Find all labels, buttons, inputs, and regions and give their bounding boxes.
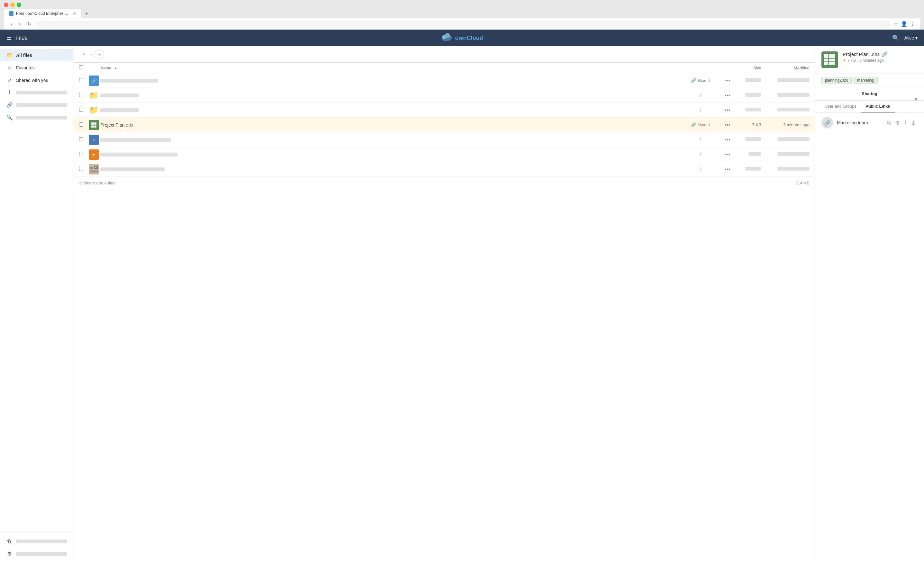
- table-row-project-plan: Project Plan.ods 🔗 Shared ••• 7 KB 3 min…: [74, 118, 815, 132]
- row-checkbox[interactable]: [79, 93, 83, 97]
- name-column-header[interactable]: Name: [100, 66, 111, 70]
- public-link-actions: ⧉ ⚙ ⤴ 🗑: [886, 118, 918, 127]
- modified-placeholder: [777, 93, 810, 97]
- row-checkbox[interactable]: [79, 78, 83, 82]
- menu-button[interactable]: ☰: [6, 34, 12, 42]
- tag-marketing[interactable]: marketing: [854, 77, 878, 84]
- search-icon[interactable]: 🔍: [892, 34, 899, 42]
- sidebar: 📁 All files ☆ Favorites ↗ Shared with yo…: [0, 46, 74, 562]
- details-link-icon[interactable]: 🔗: [882, 52, 887, 57]
- add-button[interactable]: +: [94, 49, 104, 59]
- url-input[interactable]: [36, 21, 891, 28]
- sidebar-placeholder: [16, 552, 67, 556]
- spreadsheet-icon: [89, 120, 99, 130]
- sidebar-item-search[interactable]: 🔍: [0, 111, 74, 124]
- sharing-subtabs: User and Groups Public Links: [815, 100, 924, 112]
- share-button[interactable]: ⤴: [699, 108, 702, 113]
- traffic-light-red[interactable]: [4, 3, 8, 7]
- settings-icon: ⚙: [6, 551, 12, 557]
- sidebar-item-trash[interactable]: 🗑: [0, 535, 74, 547]
- sidebar-placeholder: [16, 540, 67, 543]
- search-icon: 🔍: [6, 114, 12, 120]
- sidebar-item-label: Shared with you: [16, 78, 48, 83]
- sidebar-placeholder: [16, 91, 67, 94]
- delete-link-button[interactable]: 🗑: [910, 118, 918, 127]
- settings-link-button[interactable]: ⚙: [894, 118, 901, 127]
- logo-text: ownCloud: [455, 35, 483, 42]
- table-row: 📁 ⤴ •••: [74, 88, 815, 103]
- subtab-users-groups[interactable]: User and Groups: [820, 100, 861, 112]
- breadcrumb-separator: ›: [90, 52, 92, 57]
- share-link-button[interactable]: ⤴: [903, 118, 908, 127]
- share-button[interactable]: ⤴: [699, 93, 702, 98]
- size-column-header: Size: [736, 66, 761, 70]
- more-actions-button[interactable]: •••: [723, 92, 732, 99]
- star-icon[interactable]: ★: [843, 58, 846, 63]
- folder-icon: 📁: [89, 105, 99, 115]
- main-content: ⌂ › + Name ▲ Size: [74, 46, 815, 562]
- sidebar-item-settings[interactable]: ⚙: [0, 547, 74, 560]
- size-placeholder: [745, 93, 761, 97]
- sidebar-item-public-links[interactable]: 🔗: [0, 99, 74, 111]
- cloud-icon: [441, 33, 453, 44]
- sidebar-item-favorites[interactable]: ☆ Favorites: [0, 61, 74, 74]
- share-button[interactable]: ⤴: [699, 167, 702, 172]
- image-icon: [89, 164, 99, 174]
- menu-icon[interactable]: ⋮: [910, 21, 915, 27]
- back-button[interactable]: ‹: [9, 21, 15, 28]
- page-title: Files: [15, 35, 28, 42]
- svg-rect-11: [90, 167, 93, 169]
- filename[interactable]: Project Plan.ods: [100, 123, 133, 127]
- row-checkbox[interactable]: [79, 137, 83, 141]
- filename-placeholder: [100, 153, 177, 156]
- sidebar-item-shared-by-you[interactable]: ⤴: [0, 87, 74, 99]
- modified-placeholder: [777, 167, 810, 171]
- bookmark-icon[interactable]: ☆: [894, 21, 898, 27]
- sidebar-placeholder: [16, 116, 67, 120]
- topbar-right: 🔍 Alice ▾: [892, 34, 918, 42]
- row-checkbox[interactable]: [79, 123, 83, 127]
- traffic-light-yellow[interactable]: [10, 3, 15, 7]
- close-panel-button[interactable]: ×: [914, 96, 918, 103]
- modified-placeholder: [777, 152, 810, 156]
- filename-placeholder: [100, 108, 139, 112]
- subtab-public-links[interactable]: Public Links: [861, 100, 895, 112]
- more-actions-button[interactable]: •••: [723, 77, 732, 84]
- sharing-tabs-header: Sharing: [815, 87, 924, 100]
- table-row: 📁 ⤴ •••: [74, 103, 815, 118]
- sidebar-item-all-files[interactable]: 📁 All files: [0, 49, 74, 61]
- row-checkbox[interactable]: [79, 108, 83, 112]
- row-checkbox[interactable]: [79, 152, 83, 156]
- more-actions-button[interactable]: •••: [723, 166, 732, 173]
- traffic-light-green[interactable]: [17, 3, 21, 7]
- main-toolbar: ⌂ › +: [74, 46, 815, 63]
- more-actions-button[interactable]: •••: [723, 121, 732, 129]
- home-button[interactable]: ⌂: [79, 50, 88, 59]
- user-menu[interactable]: Alice ▾: [904, 35, 918, 40]
- details-file-icon: [822, 51, 838, 68]
- more-actions-button[interactable]: •••: [723, 136, 732, 143]
- row-checkbox[interactable]: [79, 167, 83, 171]
- folder-icon: 📁: [6, 52, 12, 58]
- user-icon[interactable]: 👤: [901, 21, 907, 27]
- tab-close-button[interactable]: ×: [73, 11, 76, 16]
- total-size: 2.4 MB: [796, 181, 810, 186]
- size-placeholder: [745, 137, 761, 141]
- svg-rect-16: [824, 54, 835, 65]
- share-button[interactable]: ⤴: [699, 152, 702, 157]
- tag-planning2020[interactable]: planning2020: [822, 77, 852, 84]
- forward-button[interactable]: ›: [17, 21, 22, 28]
- share-link-icon: 🔗: [691, 123, 696, 127]
- more-actions-button[interactable]: •••: [723, 107, 732, 114]
- select-all-checkbox[interactable]: [79, 65, 83, 69]
- share-link-icon: 🔗: [691, 78, 696, 83]
- more-actions-button[interactable]: •••: [723, 151, 732, 158]
- share-button[interactable]: ⤴: [699, 137, 702, 142]
- copy-link-button[interactable]: ⧉: [886, 118, 892, 127]
- sidebar-item-shared-with-you[interactable]: ↗ Shared with you: [0, 74, 74, 87]
- filename-placeholder: [100, 93, 139, 97]
- new-tab-button[interactable]: +: [82, 9, 91, 18]
- browser-tab-active[interactable]: Files - ownCloud Enterprise Edit ×: [4, 9, 81, 18]
- svg-rect-5: [91, 123, 96, 127]
- reload-button[interactable]: ↻: [26, 20, 33, 28]
